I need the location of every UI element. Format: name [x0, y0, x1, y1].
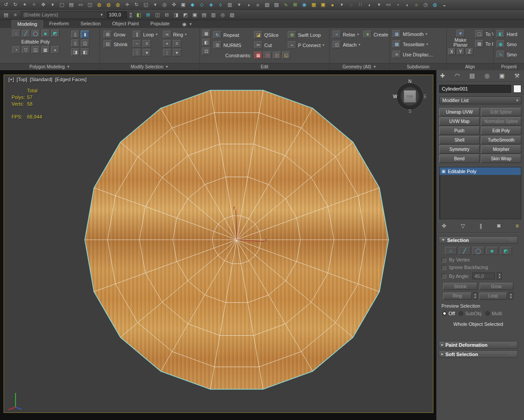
modifier-button-shell[interactable]: Shell — [439, 136, 480, 144]
border-mode-icon[interactable]: ◯ — [32, 30, 40, 37]
viewport-menu-label[interactable]: [+] — [8, 77, 14, 82]
loop-mode-icon[interactable]: ⋮ — [133, 49, 141, 56]
modifier-button-push[interactable]: Push — [439, 127, 480, 135]
align-camera-icon[interactable]: ▣ — [191, 11, 199, 19]
selection-set-field-icon[interactable]: ▭ — [384, 1, 393, 9]
align-y-button[interactable]: Y — [457, 48, 464, 55]
time-configuration-icon[interactable]: ◷ — [421, 1, 430, 9]
quick-align-icon[interactable]: ⊟ — [163, 11, 171, 19]
nurms-button[interactable]: ⊞ NURMS — [213, 41, 252, 49]
loop-grow-icon[interactable]: = — [143, 40, 151, 48]
vertex-subobject-icon[interactable]: ∴ — [445, 247, 457, 255]
angle-snap-icon[interactable]: ◇ — [198, 1, 206, 9]
by-angle-checkbox[interactable]: By Angle: — [441, 273, 469, 279]
freeze-selection-icon[interactable]: ◫ — [32, 46, 40, 54]
vertex-mode-icon[interactable]: ∴ — [12, 30, 20, 37]
viewcube-top-face[interactable]: TOP — [404, 90, 416, 103]
use-pivot-center-icon[interactable]: ◎ — [160, 1, 169, 9]
snapshot-icon[interactable]: ◌ — [347, 1, 355, 9]
teapot-render-icon[interactable]: ◍ — [431, 1, 439, 9]
caption-edit[interactable]: Edit — [200, 63, 329, 70]
create-tab-icon[interactable]: ✚ — [440, 72, 445, 79]
percent-snap-icon[interactable]: ◈ — [207, 1, 215, 9]
constraint-edge-icon[interactable]: ◳ — [263, 52, 272, 59]
track-view-icon[interactable]: ◔ — [393, 1, 402, 9]
ribbon-tab-object-paint[interactable]: Object Paint — [107, 20, 144, 28]
bind-to-space-warp-icon[interactable]: ✥ — [39, 1, 48, 9]
edge-subobject-icon[interactable]: ╱ — [459, 247, 471, 255]
ring-options-dropdown[interactable]: ▾ — [173, 49, 181, 56]
views-dropdown[interactable]: ▾ — [375, 1, 383, 9]
select-object-icon[interactable]: ▢ — [58, 1, 66, 9]
selection-rollout-header[interactable]: ▼ Selection ∷∷ — [439, 236, 518, 244]
polygon-subobject-icon[interactable]: ■ — [486, 247, 498, 255]
constraint-normal-icon[interactable]: ◱ — [282, 52, 290, 59]
rollout-soft-selection[interactable]: ▸Soft Selection∷∷ — [439, 350, 518, 358]
curve-editor-icon[interactable]: ∿ — [282, 1, 290, 9]
utilities-tab-icon[interactable]: ⚒ — [514, 72, 520, 79]
make-unique-icon[interactable]: ∥ — [480, 223, 482, 229]
modifier-list-dropdown[interactable]: Modifier List ▾ — [439, 96, 521, 104]
viewcube-north-label[interactable]: N — [408, 79, 411, 84]
schematic-view-icon[interactable]: ⊞ — [291, 1, 299, 9]
border-subobject-icon[interactable]: ◯ — [472, 247, 484, 255]
array-dropdown[interactable]: ▾ — [337, 1, 346, 9]
lightbulb-icon[interactable]: ○ — [412, 1, 421, 9]
ribbon-tab-freeform[interactable]: Freeform — [44, 20, 75, 28]
modifier-button-symmetry[interactable]: Symmetry — [439, 145, 480, 154]
keyboard-override-icon[interactable]: ▣ — [179, 1, 187, 9]
caption-geometry-all[interactable]: Geometry (All)▼ — [329, 63, 389, 70]
named-selection-dropdown[interactable]: ▾ — [235, 1, 243, 9]
chevron-down-icon[interactable]: ▾ — [98, 12, 103, 17]
caption-properties[interactable]: Properti — [494, 63, 524, 70]
select-and-manipulate-icon[interactable]: ✜ — [170, 1, 178, 9]
by-angle-field[interactable]: 45,0 — [472, 273, 495, 279]
spinner-snap-icon[interactable]: ◊ — [216, 1, 225, 9]
select-and-move-icon[interactable]: ✛ — [123, 1, 131, 9]
ring-grow-icon[interactable]: = — [173, 40, 181, 48]
pin-stack-icon[interactable]: ◔ — [12, 46, 20, 54]
chevron-down-icon[interactable]: ▾ — [185, 32, 187, 36]
align-tool-icon[interactable]: ◫ — [153, 11, 162, 19]
edit-grid-icon[interactable]: ▦ — [202, 30, 210, 37]
previous-modifier-icon[interactable]: ▯ — [71, 31, 79, 38]
smooth-all-button[interactable]: ∿ Smo — [496, 50, 521, 59]
material-editor-icon[interactable]: ◉ — [300, 1, 309, 9]
align-to-view-icon[interactable]: ▤ — [200, 11, 208, 19]
edit-target-icon[interactable]: ⊡ — [202, 48, 210, 55]
next-modifier-icon[interactable]: ▯ — [71, 40, 79, 47]
loop-button[interactable]: Loop — [479, 293, 508, 300]
loop-spinner[interactable]: ▴▾ — [508, 292, 513, 300]
ignore-backfacing-checkbox[interactable]: Ignore Backfacing — [441, 265, 515, 270]
modifier-button-uvw-map[interactable]: UVW Map — [439, 117, 480, 126]
viewport-top[interactable]: xy [+][Top][Standard][Edged Faces] Total… — [4, 75, 433, 413]
editable-poly-label[interactable]: Editable Poly — [21, 39, 50, 45]
smooth-edges-button[interactable]: ◉ Smo — [496, 40, 521, 48]
by-vertex-checkbox[interactable]: By Vertex — [441, 257, 515, 262]
layers-dropdown[interactable]: (Enable Layers) ▾ — [21, 11, 105, 19]
align-icon[interactable]: ≡ — [254, 1, 262, 9]
chevron-down-icon[interactable]: ▾ — [156, 32, 158, 36]
isolate-selection-icon[interactable]: ◎ — [218, 11, 227, 19]
attach-button[interactable]: ◫ Attach ▾ — [333, 40, 388, 49]
hierarchy-tab-icon[interactable]: ▤ — [469, 72, 475, 79]
caption-modify-selection[interactable]: Modify Selection▼ — [100, 63, 199, 70]
pin-stack-icon[interactable]: ✜ — [442, 223, 446, 229]
msmooth-button[interactable]: ▦ MSmooth ▾ — [393, 30, 444, 38]
ring-shrink-icon[interactable]: + — [163, 40, 171, 48]
motion-tab-icon[interactable]: ◎ — [484, 72, 489, 79]
place-highlight-icon[interactable]: ◩ — [181, 11, 190, 19]
preview-option-multi[interactable]: Multi — [485, 311, 502, 316]
to-view-button[interactable]: ▢ To View — [475, 30, 494, 38]
window-crossing-icon[interactable]: ◫ — [86, 1, 94, 9]
color-clipboard-icon[interactable]: ▥ — [209, 11, 218, 19]
align-x-button[interactable]: X — [448, 48, 456, 55]
viewport-shading-label[interactable]: [Edged Faces] — [55, 77, 87, 82]
relax-button[interactable]: ≈ Relax ▾ — [333, 30, 359, 39]
edge-mode-icon[interactable]: ╱ — [22, 30, 30, 37]
viewport-pov-label[interactable]: [Top] — [17, 77, 28, 82]
remove-modifier-icon[interactable]: ✖ — [496, 223, 501, 229]
use-soft-selection-icon[interactable]: ◨ — [71, 48, 79, 56]
ribbon-loop-button[interactable]: ∥ Loop ▾ — [133, 30, 158, 39]
mirror-modifier-icon[interactable]: ◧ — [135, 11, 143, 19]
